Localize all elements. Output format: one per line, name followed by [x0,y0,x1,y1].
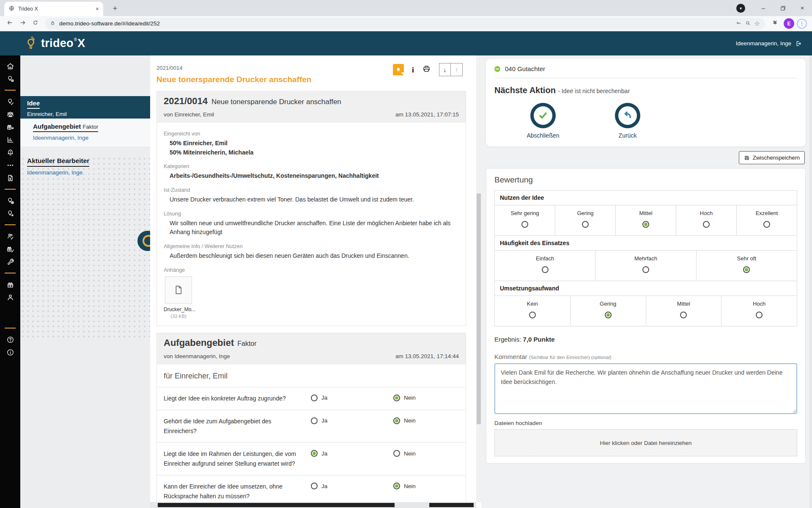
window-minimize-button[interactable]: – [754,0,773,16]
window-close-button[interactable]: × [793,0,812,16]
rating-option-hoch[interactable]: Hoch [721,296,797,326]
about-icon[interactable] [0,346,20,359]
radio-ja[interactable] [311,417,318,424]
rating-option-gering[interactable]: Gering [555,205,616,235]
main-vertical-scrollbar[interactable] [476,55,481,502]
rating-radio[interactable] [605,312,612,318]
manage-users-icon[interactable] [0,230,20,243]
rating-radio[interactable] [582,221,589,228]
rating-option-gering[interactable]: Gering [571,296,646,326]
answer-option-ja[interactable]: Ja [311,482,393,489]
rating-option-mehrfach[interactable]: Mehrfach [595,251,696,281]
bookmark-star-icon[interactable]: ☆ [754,20,760,28]
prizes-icon[interactable] [0,278,20,291]
manage-rewards-icon[interactable] [0,243,20,255]
radio-ja[interactable] [311,450,318,457]
export-excel-icon[interactable] [0,171,20,184]
radio-ja[interactable] [311,395,318,401]
radio-nein[interactable] [393,450,400,457]
comment-textarea[interactable]: Vielen Dank Emil für die Recherche. Wir … [494,363,797,414]
rating-radio[interactable] [642,266,649,273]
answer-option-nein[interactable]: Nein [393,482,459,489]
radio-nein[interactable] [393,417,400,424]
evaluate-icon[interactable] [0,95,20,108]
extensions-puzzle-icon[interactable] [768,19,781,28]
zoom-icon[interactable] [745,20,751,28]
password-key-icon[interactable] [736,20,741,28]
radio-nein[interactable] [393,395,400,401]
rating-option-mittel[interactable]: Mittel [616,205,676,235]
rating-radio[interactable] [642,221,649,228]
answer-option-nein[interactable]: Nein [393,417,459,424]
rating-radio[interactable] [756,312,763,318]
forward-idea-icon[interactable] [0,207,20,220]
radio-ja[interactable] [311,483,318,489]
rating-option-hoch[interactable]: Hoch [676,205,737,235]
answer-option-ja[interactable]: Ja [311,449,393,457]
sidebar-task-user-link[interactable]: Ideenmanagerin, Inge [33,135,144,141]
rating-radio[interactable] [521,221,528,228]
answer-option-ja[interactable]: Ja [311,394,393,401]
rating-option-einfach[interactable]: Einfach [495,251,595,281]
new-tab-button[interactable]: + [110,4,120,13]
notification-bell-badge[interactable] [393,64,404,75]
user-menu[interactable]: Ideenmanagerin, Inge [736,40,802,47]
info-icon[interactable]: i [412,65,414,75]
rating-radio[interactable] [542,266,549,273]
answer-option-nein[interactable]: Nein [393,394,459,401]
scroll-up-button[interactable]: ↑ [451,64,462,76]
rating-radio[interactable] [529,312,536,318]
tab-close-icon[interactable]: × [96,6,99,12]
rating-option-label: Hoch [721,301,797,307]
scroll-down-button[interactable]: ↓ [439,64,451,76]
reload-button[interactable] [29,19,41,28]
hscrollbar-thumb2[interactable] [429,503,474,507]
sidebar-item-idee[interactable]: Idee Einreicher, Emil [20,96,150,122]
abschlieen-action-button[interactable]: Abschließen [518,103,568,139]
rating-option-kein[interactable]: Kein [495,296,571,326]
hscrollbar-thumb[interactable] [158,503,395,507]
page-scrollbar[interactable] [809,55,812,508]
more-icon[interactable] [0,159,20,171]
new-idea-icon[interactable] [0,194,20,207]
help-icon[interactable] [0,333,20,346]
radio-nein[interactable] [393,483,400,489]
my-ideas-icon[interactable] [0,72,20,85]
current-editor-user-link[interactable]: Ideenmanagerin, Inge [27,169,89,176]
address-bar[interactable]: demo.trideo-software.de/#/idea/edit/252 … [45,18,765,30]
rewards-icon[interactable] [0,121,20,133]
app-logo[interactable]: trideo®X [25,36,85,51]
main-horizontal-scrollbar[interactable] [150,502,476,508]
notifications-icon[interactable] [0,146,20,159]
rating-radio[interactable] [743,266,750,273]
profile-avatar[interactable]: E [784,18,794,29]
zurck-action-button[interactable]: Zurück [602,103,653,139]
settings-icon[interactable] [0,255,20,268]
print-icon[interactable] [422,64,431,75]
scrollbar-thumb[interactable] [477,193,481,424]
forward-button[interactable] [16,19,29,28]
rating-radio[interactable] [763,221,770,228]
answer-option-ja[interactable]: Ja [311,417,393,424]
groups-icon[interactable] [0,108,20,121]
answer-option-nein[interactable]: Nein [393,449,459,457]
file-dropzone[interactable]: Hier klicken oder Datei hereinziehen [494,429,797,456]
home-icon[interactable] [0,60,20,72]
window-restore-button[interactable] [773,0,793,16]
rating-option-exzellent[interactable]: Exzellent [737,205,797,235]
rating-option-mittel[interactable]: Mittel [646,296,722,326]
save-draft-button[interactable]: Zwischenspeichern [739,151,805,164]
rating-radio[interactable] [703,221,710,228]
statistics-icon[interactable] [0,133,20,146]
media-controls-button[interactable]: ▾ [736,4,745,13]
rating-option-sehr-gering[interactable]: Sehr gering [495,205,555,235]
rating-option-label: Mittel [616,210,676,216]
browser-menu-icon[interactable]: ⋮ [797,19,807,29]
browser-tab[interactable]: Trideo X × [4,2,103,16]
attachment-tile[interactable]: Drucker_Mo...(33 KB) [164,276,193,319]
sidebar-item-aufgabengebiet[interactable]: Aufgabengebiet Faktor Ideenmanagerin, In… [20,119,150,146]
profile-icon[interactable] [0,291,20,304]
back-button[interactable] [3,19,16,28]
rating-radio[interactable] [680,312,687,318]
rating-option-sehr-oft[interactable]: Sehr oft [697,251,797,281]
